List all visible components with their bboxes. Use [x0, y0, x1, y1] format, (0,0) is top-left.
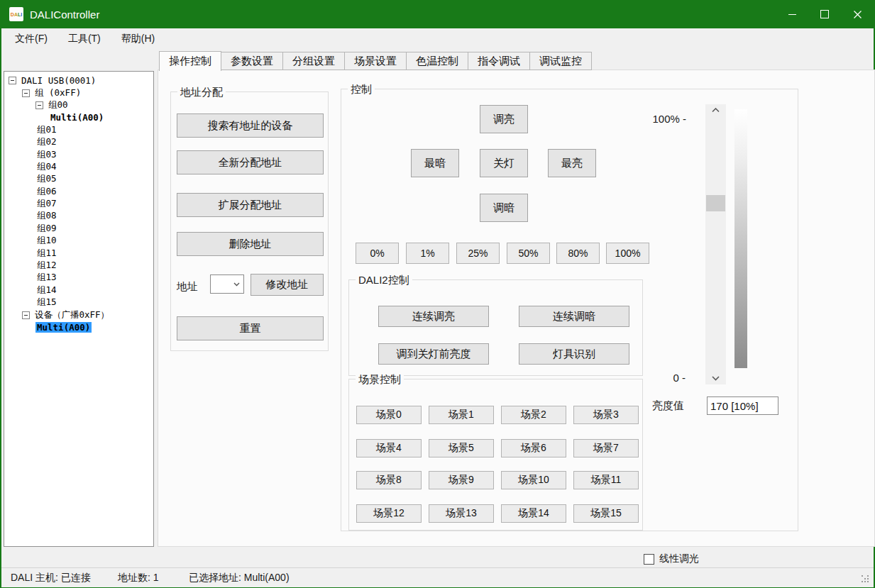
tree-node[interactable]: 组01 [4, 124, 153, 136]
tab-5[interactable]: 色温控制 [407, 52, 468, 70]
tree-node-label: 组11 [35, 248, 58, 260]
scene-button[interactable]: 场景1 [429, 406, 494, 424]
tree-node[interactable]: 组15 [4, 296, 153, 309]
expander-minus-icon[interactable] [35, 101, 43, 109]
dim-button[interactable]: 调暗 [480, 194, 528, 222]
linear-dimming-checkbox[interactable] [644, 554, 654, 565]
tree-node-label: Multi(A00) [49, 112, 105, 123]
scene-button[interactable]: 场景2 [501, 406, 566, 424]
scene-button[interactable]: 场景10 [501, 471, 566, 489]
slider-bottom-label: 0 - [646, 372, 686, 384]
tab-strip: 操作控制参数设置分组设置场景设置色温控制指令调试调试监控 [159, 51, 592, 70]
tab-2[interactable]: 参数设置 [221, 52, 283, 70]
tree-node[interactable]: 组07 [4, 198, 153, 210]
tree-node[interactable]: DALI USB(0001) [4, 74, 153, 87]
minimize-button[interactable] [776, 0, 808, 28]
tree-node[interactable]: 组12 [4, 260, 153, 272]
tree-node[interactable]: 组06 [4, 186, 153, 198]
tree-node[interactable]: Multi(A00) [4, 111, 153, 123]
dali2-button[interactable]: 连续调亮 [378, 306, 489, 327]
tree-node-label: 组13 [35, 272, 58, 284]
dali2-button[interactable]: 连续调暗 [519, 306, 629, 327]
percent-button[interactable]: 80% [556, 243, 600, 264]
brightest-button[interactable]: 最亮 [548, 149, 596, 177]
menu-bar: 文件(F)工具(T)帮助(H) [1, 28, 874, 50]
tree-node[interactable]: 组00 [4, 99, 153, 111]
brightness-scrollbar[interactable] [705, 104, 726, 384]
tree-node[interactable]: 组11 [4, 247, 153, 259]
address-combobox[interactable] [210, 274, 244, 294]
tree-node[interactable]: 组02 [4, 136, 153, 148]
menu-item[interactable]: 文件(F) [8, 33, 55, 45]
scene-button[interactable]: 场景0 [356, 406, 422, 424]
scene-button[interactable]: 场景14 [501, 504, 566, 523]
scene-button[interactable]: 场景13 [429, 504, 494, 523]
tree-node[interactable]: 组08 [4, 210, 153, 222]
tree-node-label: 组07 [35, 198, 58, 210]
percent-button[interactable]: 1% [406, 243, 449, 264]
scene-button[interactable]: 场景6 [501, 439, 566, 457]
scene-button[interactable]: 场景8 [356, 471, 422, 489]
tab-7[interactable]: 调试监控 [530, 52, 592, 70]
address-action-button[interactable]: 删除地址 [177, 232, 324, 256]
reset-button[interactable]: 重置 [177, 316, 324, 340]
expander-minus-icon[interactable] [22, 311, 30, 319]
lights-off-button[interactable]: 关灯 [480, 149, 528, 177]
scroll-down-button[interactable] [705, 372, 726, 384]
group-title: 地址分配 [177, 86, 226, 98]
scene-button[interactable]: 场景5 [429, 439, 494, 457]
address-action-button[interactable]: 搜索有地址的设备 [177, 113, 324, 138]
tree-node[interactable]: 设备（广播0xFF） [4, 309, 153, 321]
title-bar: DALI DALIController [1, 0, 874, 28]
dali2-button[interactable]: 灯具识别 [519, 343, 629, 365]
tree-node[interactable]: Multi(A00) [4, 321, 153, 333]
tree-node[interactable]: 组13 [4, 272, 153, 284]
percent-button[interactable]: 25% [456, 243, 500, 264]
dali2-button[interactable]: 调到关灯前亮度 [378, 343, 489, 365]
address-action-button[interactable]: 扩展分配地址 [177, 193, 324, 217]
menu-item[interactable]: 帮助(H) [114, 33, 162, 45]
scene-button[interactable]: 场景9 [429, 471, 494, 489]
tree-node-label: 组12 [35, 260, 58, 272]
scene-button[interactable]: 场景3 [573, 406, 639, 424]
address-action-button[interactable]: 全新分配地址 [177, 150, 324, 174]
dimmest-button[interactable]: 最暗 [411, 149, 459, 177]
tree-node[interactable]: 组05 [4, 173, 153, 185]
tree-node-label: 组00 [47, 99, 70, 111]
tree-node-label: 组09 [35, 223, 58, 235]
scene-button[interactable]: 场景11 [573, 471, 639, 489]
status-item: 地址数: 1 [118, 572, 159, 584]
tab-6[interactable]: 指令调试 [468, 52, 530, 70]
app-icon-letter: I [21, 12, 22, 17]
tab-3[interactable]: 分组设置 [283, 52, 345, 70]
percent-button[interactable]: 0% [356, 243, 399, 264]
tree-node[interactable]: 组10 [4, 235, 153, 247]
menu-item[interactable]: 工具(T) [61, 33, 108, 45]
brighten-button[interactable]: 调亮 [480, 105, 528, 133]
chevron-down-icon [712, 376, 720, 381]
tree-node[interactable]: 组14 [4, 284, 153, 296]
close-button[interactable] [841, 0, 874, 28]
tree-node-label: 组02 [35, 136, 58, 148]
scene-button[interactable]: 场景7 [573, 439, 639, 457]
percent-button[interactable]: 100% [606, 243, 649, 264]
brightness-value-label: 亮度值 [652, 399, 684, 413]
maximize-button[interactable] [808, 0, 841, 28]
tree-node[interactable]: 组04 [4, 161, 153, 173]
expander-minus-icon[interactable] [22, 89, 30, 97]
tree-node[interactable]: 组 (0xFF) [4, 87, 153, 99]
resize-grip-icon[interactable] [862, 575, 870, 584]
scrollbar-thumb[interactable] [706, 195, 725, 211]
scene-button[interactable]: 场景4 [356, 439, 422, 457]
scene-button[interactable]: 场景15 [573, 504, 639, 523]
scene-button[interactable]: 场景12 [356, 504, 422, 523]
tab-4[interactable]: 场景设置 [345, 52, 407, 70]
modify-address-button[interactable]: 修改地址 [251, 274, 324, 296]
tree-node[interactable]: 组09 [4, 223, 153, 235]
scroll-up-button[interactable] [705, 104, 726, 116]
tab-1[interactable]: 操作控制 [159, 51, 221, 71]
brightness-value-field[interactable]: 170 [10%] [707, 396, 778, 415]
percent-button[interactable]: 50% [507, 243, 550, 264]
tree-node[interactable]: 组03 [4, 148, 153, 160]
expander-minus-icon[interactable] [9, 77, 16, 84]
